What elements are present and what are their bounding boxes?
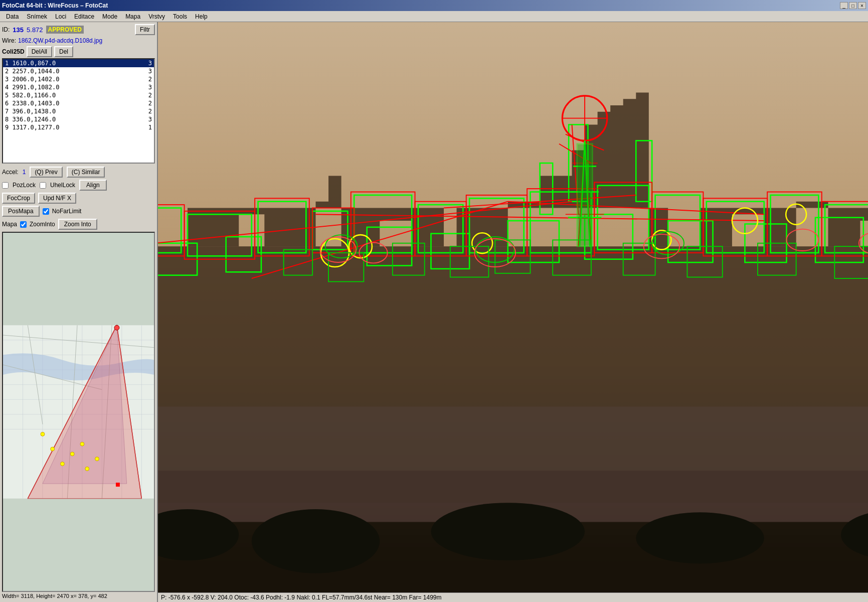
zoominto-label: ZoomInto (30, 221, 55, 228)
similar-button[interactable]: (C) Similar (67, 167, 105, 178)
menu-mode[interactable]: Mode (98, 12, 121, 21)
foccrop-button[interactable]: FocCrop (2, 193, 35, 204)
zoom-into-button[interactable]: Zoom Into (58, 219, 97, 230)
title-text: FotoCat 64-bit : WireFocus – FotoCat (2, 2, 108, 9)
restore-button[interactable]: □ (849, 2, 857, 9)
filter-button[interactable]: Filtr (135, 24, 155, 35)
main-content: ID: 135 5.872 APPROVED Filtr Wire: 1862.… (0, 22, 868, 602)
map-area[interactable] (2, 232, 155, 592)
menu-bar: Data Snímek Loci Editace Mode Mapa Vrstv… (0, 11, 868, 22)
pozlock-row: PozLock UhelLock Align (2, 180, 155, 191)
pozlock-checkbox[interactable] (2, 182, 9, 189)
svg-point-42 (636, 512, 764, 563)
svg-point-40 (252, 509, 380, 573)
list-item[interactable]: 7 396.0,1438.0 2 (3, 107, 154, 115)
list-item[interactable]: 8 336.0,1246.0 3 (3, 115, 154, 123)
bottom-status: Width= 3118, Height= 2470 x= 378, y= 482 (2, 592, 155, 600)
zoominto-checkbox[interactable] (20, 221, 27, 228)
svg-point-32 (114, 325, 119, 330)
list-item[interactable]: 9 1317.0,1277.0 1 (3, 123, 154, 131)
list-item[interactable]: 5 582.0,1166.0 2 (3, 91, 154, 99)
map-svg (3, 233, 154, 591)
svg-point-41 (431, 503, 585, 560)
nofarelimit-checkbox[interactable] (43, 208, 49, 215)
svg-rect-31 (116, 483, 120, 487)
svg-point-29 (85, 467, 89, 471)
menu-help[interactable]: Help (191, 12, 212, 21)
menu-tools[interactable]: Tools (169, 12, 191, 21)
upd-nf-button[interactable]: Upd N/F X (38, 193, 76, 204)
title-bar: FotoCat 64-bit : WireFocus – FotoCat _ □… (0, 0, 868, 11)
del-all-button[interactable]: DelAll (27, 46, 52, 57)
foccrop-row: FocCrop Upd N/F X (2, 193, 155, 204)
status-badge: APPROVED (46, 26, 84, 34)
status-bar: P: -576.6 x -592.8 V: 204.0 Otoc: -43.6 … (158, 592, 868, 602)
uhellock-checkbox[interactable] (40, 182, 46, 189)
svg-point-30 (95, 457, 99, 461)
pozlock-label: PozLock (13, 182, 36, 189)
posmapa-row: PosMapa NoFarLimit (2, 206, 155, 217)
accel-row: Accel: 1 (Q) Prev (C) Similar (2, 167, 155, 178)
status-text: P: -576.6 x -592.8 V: 204.0 Otoc: -43.6 … (161, 594, 442, 601)
id-value: 135 (13, 26, 24, 34)
align-button[interactable]: Align (79, 180, 107, 191)
list-item[interactable]: 3 2006.0,1402.0 2 (3, 75, 154, 83)
menu-snimek[interactable]: Snímek (23, 12, 51, 21)
mapa-label: Mapa (2, 221, 17, 228)
menu-vrstvy[interactable]: Vrstvy (144, 12, 169, 21)
posmapa-button[interactable]: PosMapa (2, 206, 40, 217)
nofarelimit-label: NoFarLimit (52, 208, 82, 215)
list-item[interactable]: 1 1610.0,867.0 3 (3, 59, 154, 67)
prev-button[interactable]: (Q) Prev (30, 167, 62, 178)
annotation-overlay (158, 22, 868, 592)
del-button[interactable]: Del (54, 46, 73, 57)
svg-point-25 (51, 447, 55, 451)
menu-data[interactable]: Data (2, 12, 23, 21)
list-item[interactable]: 4 2991.0,1082.0 3 (3, 83, 154, 91)
menu-editace[interactable]: Editace (70, 12, 98, 21)
accel-value: 1 (23, 169, 26, 176)
right-panel: P: -576.6 x -592.8 V: 204.0 Otoc: -43.6 … (158, 22, 868, 602)
coli-label: Coli25D (2, 48, 25, 55)
accel-label: Accel: (2, 169, 19, 176)
wire-row: Wire: 1862.QW.p4d-adcdq.D108d.jpg (2, 37, 155, 44)
svg-point-24 (41, 432, 45, 436)
menu-mapa[interactable]: Mapa (121, 12, 144, 21)
list-item[interactable]: 6 2338.0,1403.0 2 (3, 99, 154, 107)
left-panel: ID: 135 5.872 APPROVED Filtr Wire: 1862.… (0, 22, 158, 602)
score-value: 5.872 (27, 26, 43, 34)
list-item[interactable]: 2 2257.0,1044.0 3 (3, 67, 154, 75)
id-label: ID: (2, 26, 10, 33)
mapa-row: Mapa ZoomInto Zoom Into (2, 219, 155, 230)
svg-point-28 (80, 442, 84, 446)
uhellock-label: UhelLock (50, 182, 75, 189)
wire-value: 1862.QW.p4d-adcdq.D108d.jpg (18, 37, 102, 44)
svg-rect-110 (577, 144, 593, 246)
menu-loci[interactable]: Loci (51, 12, 70, 21)
coli-list[interactable]: 1 1610.0,867.0 3 2 2257.0,1044.0 3 3 200… (2, 58, 155, 164)
id-row: ID: 135 5.872 APPROVED Filtr (2, 24, 155, 35)
svg-point-27 (70, 452, 74, 456)
coli-header: Coli25D DelAll Del (2, 46, 155, 57)
svg-point-26 (60, 462, 64, 466)
title-buttons[interactable]: _ □ × (840, 2, 866, 9)
wire-label: Wire: (2, 37, 16, 44)
close-button[interactable]: × (858, 2, 866, 9)
main-image-container[interactable] (158, 22, 868, 592)
minimize-button[interactable]: _ (840, 2, 848, 9)
